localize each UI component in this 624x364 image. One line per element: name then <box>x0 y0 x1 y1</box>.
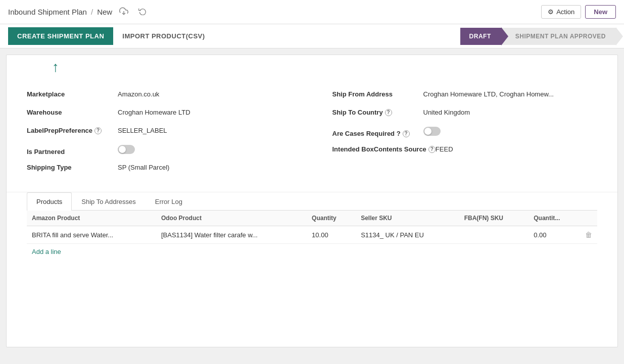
boxcontents-help-icon[interactable]: ? <box>428 146 436 153</box>
arrow-indicator: ↑ <box>7 55 617 76</box>
discard-icon[interactable] <box>135 5 150 19</box>
label-cases: Are Cases Required ? ? <box>332 130 423 137</box>
tab-ship-to-addresses[interactable]: Ship To Addresses <box>72 192 145 211</box>
top-bar: Inbound Shipment Plan / New ⚙ Action New <box>0 0 624 24</box>
cell-delete[interactable]: 🗑 <box>580 226 597 244</box>
field-shippingtype: Shipping Type SP (Small Parcel) <box>27 160 292 178</box>
field-labelprep: LabelPrepPreference ? SELLER_LABEL <box>27 123 292 141</box>
form-right-column: Ship From Address Croghan Homeware LTD, … <box>332 86 598 178</box>
action-bar: CREATE SHIPMENT PLAN IMPORT PRODUCT(CSV)… <box>0 24 624 48</box>
cell-amazon-product[interactable]: BRITA fill and serve Water... <box>27 226 156 244</box>
cell-odoo-product[interactable]: [BAS1134] Water filter carafe w... <box>156 226 307 244</box>
create-shipment-plan-button[interactable]: CREATE SHIPMENT PLAN <box>8 27 113 45</box>
col-amazon-product: Amazon Product <box>27 211 156 226</box>
gear-icon: ⚙ <box>548 8 554 16</box>
field-ispartnered: Is Partnered <box>27 141 292 160</box>
col-actions <box>580 211 597 226</box>
cases-help-icon[interactable]: ? <box>403 130 410 137</box>
label-shipfrom: Ship From Address <box>332 90 423 98</box>
top-bar-right: ⚙ Action New <box>541 5 616 19</box>
label-ispartnered: Is Partnered <box>27 148 118 155</box>
cell-seller-sku[interactable]: S1134_ UK / PAN EU <box>356 226 459 244</box>
label-shipto: Ship To Country ? <box>332 109 423 116</box>
field-cases: Are Cases Required ? ? <box>332 123 598 141</box>
col-odoo-product: Odoo Product <box>156 211 307 226</box>
breadcrumb-current: New <box>97 8 112 16</box>
value-shipfrom[interactable]: Croghan Homeware LTD, Croghan Homew... <box>423 90 554 98</box>
field-shipto: Ship To Country ? United Kingdom <box>332 105 598 123</box>
cell-quantity[interactable]: 10.00 <box>307 226 356 244</box>
field-shipfrom: Ship From Address Croghan Homeware LTD, … <box>332 86 598 105</box>
status-draft[interactable]: DRAFT <box>460 28 501 45</box>
value-labelprep[interactable]: SELLER_LABEL <box>118 127 167 134</box>
label-labelprep: LabelPrepPreference ? <box>27 127 118 134</box>
label-shippingtype: Shipping Type <box>27 164 118 171</box>
action-label: Action <box>556 8 574 16</box>
breadcrumb: Inbound Shipment Plan / New <box>8 5 150 20</box>
value-shippingtype[interactable]: SP (Small Parcel) <box>118 164 169 171</box>
status-approved[interactable]: SHIPMENT PLAN APPROVED <box>501 28 616 45</box>
shipto-help-icon[interactable]: ? <box>385 109 392 116</box>
status-pipeline: DRAFT SHIPMENT PLAN APPROVED <box>460 28 616 45</box>
delete-row-icon[interactable]: 🗑 <box>585 231 592 239</box>
form-body: Marketplace Amazon.co.uk Warehouse Crogh… <box>7 76 617 188</box>
up-arrow-icon: ↑ <box>52 60 59 74</box>
new-button[interactable]: New <box>585 5 616 19</box>
products-table: Amazon Product Odoo Product Quantity Sel… <box>27 211 597 244</box>
tabs-section: Products Ship To Addresses Error Log Ama… <box>7 192 617 259</box>
tab-error-log[interactable]: Error Log <box>146 192 192 211</box>
form-left-column: Marketplace Amazon.co.uk Warehouse Crogh… <box>27 86 292 178</box>
col-quantity: Quantity <box>307 211 356 226</box>
field-warehouse: Warehouse Croghan Homeware LTD <box>27 105 292 123</box>
main-content: ↑ Marketplace Amazon.co.uk Warehouse Cro… <box>6 55 618 347</box>
label-warehouse: Warehouse <box>27 109 118 116</box>
import-product-csv-button[interactable]: IMPORT PRODUCT(CSV) <box>113 27 214 45</box>
label-boxcontents: Intended BoxContents Source ? <box>332 145 436 153</box>
labelprep-help-icon[interactable]: ? <box>94 127 102 134</box>
products-tab-content: Amazon Product Odoo Product Quantity Sel… <box>27 211 597 259</box>
cases-toggle[interactable] <box>423 127 441 136</box>
table-row: BRITA fill and serve Water... [BAS1134] … <box>27 226 597 244</box>
action-bar-left: CREATE SHIPMENT PLAN IMPORT PRODUCT(CSV) <box>8 27 214 45</box>
tabs-nav: Products Ship To Addresses Error Log <box>27 192 597 211</box>
col-fba-sku: FBA(FN) SKU <box>459 211 529 226</box>
col-seller-sku: Seller SKU <box>356 211 459 226</box>
label-marketplace: Marketplace <box>27 90 118 98</box>
table-body: BRITA fill and serve Water... [BAS1134] … <box>27 226 597 244</box>
breadcrumb-separator: / <box>91 8 93 16</box>
col-quantity2: Quantit... <box>529 211 580 226</box>
field-boxcontents: Intended BoxContents Source ? FEED <box>332 141 598 160</box>
save-cloud-icon[interactable] <box>116 5 131 20</box>
table-header: Amazon Product Odoo Product Quantity Sel… <box>27 211 597 226</box>
action-button[interactable]: ⚙ Action <box>541 5 581 19</box>
tab-products[interactable]: Products <box>27 192 72 211</box>
breadcrumb-parent[interactable]: Inbound Shipment Plan <box>8 8 87 16</box>
cell-quantity2[interactable]: 0.00 <box>529 226 580 244</box>
add-line-button[interactable]: Add a line <box>27 244 66 259</box>
value-boxcontents[interactable]: FEED <box>436 145 453 153</box>
field-marketplace: Marketplace Amazon.co.uk <box>27 86 292 105</box>
add-line-row: Add a line <box>27 244 597 259</box>
value-marketplace[interactable]: Amazon.co.uk <box>118 90 159 98</box>
cell-fba-sku[interactable] <box>459 226 529 244</box>
ispartnered-toggle[interactable] <box>118 145 135 154</box>
value-warehouse[interactable]: Croghan Homeware LTD <box>118 109 190 116</box>
value-shipto[interactable]: United Kingdom <box>423 109 470 116</box>
